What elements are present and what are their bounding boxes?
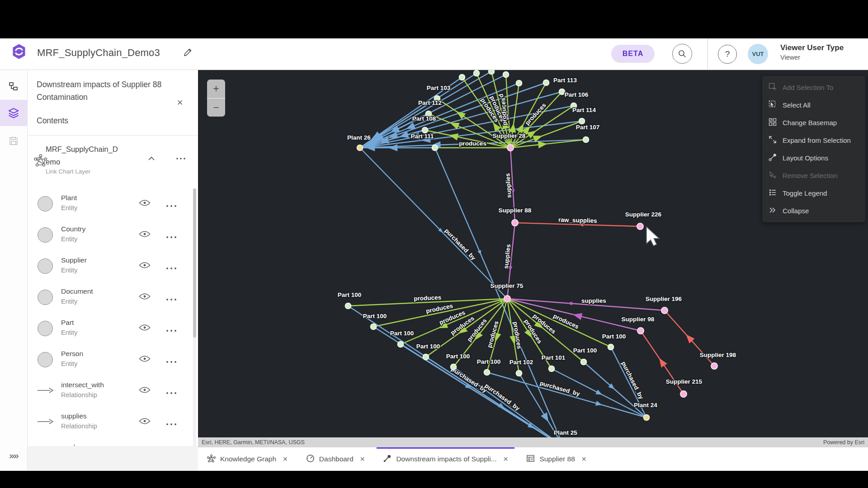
menu-item-label: Add Selection To — [783, 84, 833, 91]
tab-close-icon[interactable]: ✕ — [581, 455, 587, 463]
tab-close-icon[interactable]: ✕ — [283, 455, 288, 463]
tab-dashboard[interactable]: Dashboard✕ — [297, 447, 374, 471]
layer-row-kind: Entity — [61, 267, 77, 274]
layer-row-Document[interactable]: DocumentEntity — [28, 282, 198, 313]
layer-row-name: Document — [61, 287, 93, 296]
powered-by-text: Powered by Esri — [823, 439, 864, 446]
layer-row-Person[interactable]: PersonEntity — [28, 344, 198, 375]
menu-item-label: Remove Selection — [783, 172, 838, 179]
rail-item-hierarchy[interactable] — [0, 74, 27, 100]
layer-list: PlantEntityCountryEntitySupplierEntityDo… — [28, 188, 198, 447]
layer-row-Supplier[interactable]: SupplierEntity — [28, 251, 198, 282]
visibility-toggle[interactable] — [139, 386, 151, 395]
svg-text:Part 100: Part 100 — [477, 358, 501, 365]
eye-icon — [139, 418, 151, 425]
avatar[interactable]: VUT — [748, 44, 768, 64]
edit-title-icon[interactable] — [183, 47, 193, 57]
contents-heading: Contents — [37, 116, 68, 126]
svg-text:Supplier 196: Supplier 196 — [646, 296, 682, 302]
tab-close-icon[interactable]: ✕ — [503, 455, 509, 463]
link-chart-layer-header[interactable]: MRF_SupplyChain_Demo Link Chart Layer — [28, 136, 198, 188]
row-options[interactable] — [166, 388, 177, 396]
menu-item-icon — [769, 188, 777, 198]
menu-item-label: Collapse — [783, 207, 809, 215]
visibility-toggle[interactable] — [139, 324, 151, 333]
row-options[interactable] — [166, 357, 177, 365]
tab-icon — [207, 454, 216, 465]
rail-item-save[interactable] — [0, 128, 27, 154]
visibility-toggle[interactable] — [139, 418, 151, 427]
svg-text:Supplier 28: Supplier 28 — [493, 132, 526, 139]
tab-knowledge-graph[interactable]: Knowledge Graph✕ — [198, 447, 297, 471]
tab-supplier-88[interactable]: 8Supplier 88✕ — [517, 447, 595, 471]
expand-rail-button[interactable]: »» — [0, 450, 27, 461]
row-options[interactable] — [166, 201, 177, 209]
visibility-toggle[interactable] — [139, 199, 151, 208]
search-button[interactable] — [672, 44, 692, 64]
beta-badge: BETA — [611, 45, 655, 63]
eye-icon — [139, 199, 151, 206]
eye-icon — [139, 324, 151, 331]
zoom-in-button[interactable]: + — [207, 80, 225, 98]
menu-item-select-all[interactable]: Select All — [762, 96, 865, 114]
tab-downstream-impacts-of-suppli-[interactable]: Downstream impacts of Suppli...✕ — [374, 447, 517, 471]
user-name: Viewer User Type — [780, 43, 844, 52]
row-options[interactable] — [166, 419, 177, 427]
help-button[interactable]: ? — [718, 45, 737, 64]
svg-text:Supplier 198: Supplier 198 — [700, 352, 736, 358]
svg-text:Supplier 215: Supplier 215 — [666, 378, 703, 385]
layer-kind: Link Chart Layer — [46, 168, 90, 175]
panel-footer — [28, 446, 198, 471]
eye-icon — [139, 355, 151, 362]
layer-row-Country[interactable]: CountryEntity — [28, 220, 198, 251]
entity-swatch — [38, 290, 53, 305]
menu-item-collapse[interactable]: Collapse — [762, 202, 865, 220]
zoom-out-button[interactable]: − — [207, 99, 225, 117]
menu-item-remove-selection: Remove Selection — [762, 167, 865, 184]
visibility-toggle[interactable] — [139, 293, 151, 302]
svg-text:Part 114: Part 114 — [572, 107, 596, 113]
ellipsis-icon — [166, 298, 177, 301]
panel-title: Downstream impacts of Supplier 88 Contam… — [37, 78, 165, 103]
row-options[interactable] — [166, 326, 177, 334]
visibility-toggle[interactable] — [139, 355, 151, 364]
svg-text:purchased_by: purchased_by — [620, 360, 645, 400]
save-icon — [8, 136, 19, 146]
menu-item-layout-options[interactable]: Layout Options — [762, 149, 865, 167]
layer-row-intersect_with[interactable]: intersect_withRelationship — [28, 375, 198, 407]
svg-text:produces: produces — [414, 294, 441, 302]
layer-row-Plant[interactable]: PlantEntity — [28, 188, 198, 220]
menu-item-expand-from-selection[interactable]: Expand from Selection — [762, 131, 865, 149]
eye-icon — [139, 293, 151, 300]
layer-row-name: Person — [61, 350, 83, 358]
menu-item-label: Layout Options — [783, 154, 828, 162]
close-panel-icon[interactable]: ✕ — [177, 98, 183, 108]
row-options[interactable] — [166, 295, 177, 303]
row-options[interactable] — [166, 232, 177, 240]
panel-scrollbar-thumb[interactable] — [193, 188, 196, 338]
rail-item-layers[interactable] — [0, 100, 27, 126]
entity-swatch — [38, 227, 53, 243]
layer-row-Part[interactable]: PartEntity — [28, 313, 198, 344]
menu-item-toggle-legend[interactable]: Toggle Legend — [762, 184, 865, 202]
tab-label: Dashboard — [319, 455, 354, 463]
svg-text:Supplier 98: Supplier 98 — [622, 316, 655, 323]
layer-options-icon[interactable] — [176, 157, 186, 160]
layer-row-kind: Entity — [61, 298, 77, 305]
layer-row-kind: Relationship — [61, 422, 97, 430]
left-icon-rail: »» — [0, 70, 28, 471]
layer-row-supplies[interactable]: suppliesRelationship — [28, 407, 198, 438]
entity-swatch — [38, 196, 53, 211]
menu-item-change-basemap[interactable]: Change Basemap — [762, 114, 865, 131]
collapse-caret-icon[interactable] — [148, 156, 155, 161]
visibility-toggle[interactable] — [139, 230, 151, 239]
ellipsis-icon — [166, 423, 177, 426]
svg-text:Part 113: Part 113 — [553, 77, 577, 84]
svg-text:supplies: supplies — [581, 297, 606, 304]
visibility-toggle[interactable] — [139, 262, 151, 271]
tab-icon: 8 — [526, 454, 535, 465]
row-options[interactable] — [166, 263, 177, 272]
menu-item-label: Toggle Legend — [783, 189, 827, 197]
svg-text:Part 107: Part 107 — [576, 124, 600, 131]
tab-close-icon[interactable]: ✕ — [360, 455, 365, 463]
